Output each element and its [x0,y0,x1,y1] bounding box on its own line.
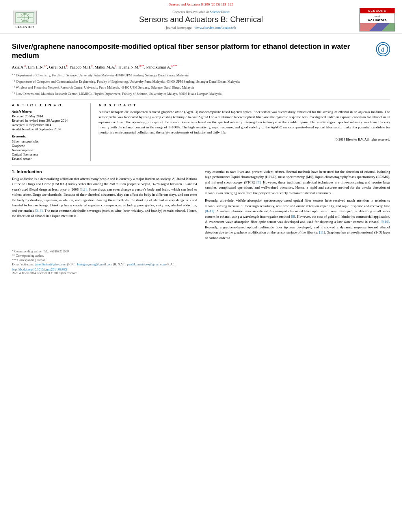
email-2-name: (H. N.M.), [113,263,126,266]
article-history: Article history: Received 25 May 2014 Re… [12,109,82,131]
journal-header: Sensors and Actuators B 206 (2015) 119–1… [0,0,402,33]
email-3-name: (P. A.). [166,263,175,266]
affiliation-a: a ᵃ Department of Chemistry, Faculty of … [12,72,390,78]
sensors-actuators-logo: SENSORS and AcTuators [359,8,395,32]
affiliation-c: c ᶜ Wireless and Photonics Network Resea… [12,85,390,90]
accepted-date: Accepted 11 September 2014 [12,123,82,127]
article-title-section: Silver/graphene nanocomposite-modified o… [12,42,390,61]
email-1[interactable]: janet.limhn@yahoo.com [35,263,67,266]
abstract-col: A B S T R A C T A silver nanoparticle-in… [91,103,390,161]
email-2[interactable]: huangnayming@gmail.com [77,263,112,266]
header-inner: ELSEVIER Contents lists available at Sci… [0,8,402,32]
abstract-heading: A B S T R A C T [99,103,390,107]
elsevier-text: ELSEVIER [15,25,34,29]
science-direct-line: Contents lists available at ScienceDirec… [43,10,359,14]
section1-num: 1. Introduction [12,169,42,174]
svg-text:d: d [381,46,385,53]
history-title: Article history: [12,109,82,113]
keyword-5: Ethanol sensor [12,157,82,161]
main-col-right: very essential to save lives and prevent… [205,169,390,243]
keyword-3: Nanocomposite [12,148,82,152]
affiliation-d: d ᵈ Low Dimensional Materials Research C… [12,91,390,96]
page-wrapper: Sensors and Actuators B 206 (2015) 119–1… [0,0,402,532]
available-date: Available online 20 September 2014 [12,127,82,131]
section1-para3: Recently, ultraviolet–visible absorption… [205,198,390,241]
page-footer: * Corresponding author. Tel.: +601633016… [0,247,402,277]
article-info-row: A R T I C L E I N F O Article history: R… [12,103,390,161]
elsevier-logo-graphic [13,11,37,24]
section1-para1: Drug addiction is a demoralizing afflict… [12,176,197,219]
elsevier-logo: ELSEVIER [7,9,43,31]
divider-2 [12,165,390,165]
sensors-logo-top: SENSORS [360,8,395,13]
journal-title-header: Sensors and Actuators B: Chemical [43,15,359,24]
article-title: Silver/graphene nanocomposite-modified o… [12,42,376,61]
received-revised-date: Received in revised form 26 August 2014 [12,119,82,122]
crossmark-badge: d [376,42,390,56]
received-date: Received 25 May 2014 [12,114,82,118]
sensors-logo-actuators: AcTuators [361,18,393,22]
article-info-col: A R T I C L E I N F O Article history: R… [12,103,91,161]
email-3[interactable]: pandikumarinbox@gmail.com [127,263,166,266]
main-content: 1. Introduction Drug addiction is a demo… [12,169,390,243]
affiliation-b: b ᵇ Department of Computer and Communica… [12,79,390,84]
footnotes: * Corresponding author. Tel.: +601633016… [12,250,390,266]
abstract-copyright: © 2014 Elsevier B.V. All rights reserved… [99,137,390,141]
footer-issn: 0925-4005/© 2014 Elsevier B.V. All right… [12,271,390,275]
journal-homepage-line: journal homepage: www.elsevier.com/locat… [43,26,359,30]
header-center: Contents lists available at ScienceDirec… [43,10,359,30]
footer-doi[interactable]: http://dx.doi.org/10.1016/j.snb.2014.09.… [12,268,390,271]
article-body: Silver/graphene nanocomposite-modified o… [0,33,402,247]
journal-ref-top: Sensors and Actuators B 206 (2015) 119–1… [0,2,402,6]
homepage-label: journal homepage: [166,26,192,30]
section1-heading: 1. Introduction [12,169,197,174]
abstract-text: A silver nanoparticle-incorporated reduc… [99,109,390,135]
email-line: E-mail addresses: janet.limhn@yahoo.com … [12,263,390,266]
affiliations: a ᵃ Department of Chemistry, Faculty of … [12,72,390,96]
divider-1 [12,100,390,100]
section1-para2: very essential to save lives and prevent… [205,169,390,196]
footnote-2: ** Corresponding author. [12,254,390,258]
footnote-3: *** Corresponding author. [12,258,390,262]
keywords-title: Keywords: [12,134,82,138]
contents-available-text: Contents lists available at [173,10,209,14]
article-info-heading: A R T I C L E I N F O [12,103,82,107]
science-direct-link[interactable]: ScienceDirect [210,10,229,14]
keyword-4: Optical fiber sensor [12,152,82,156]
sensors-logo-and: and [361,15,393,18]
footnote-1: * Corresponding author. Tel.: +601633016… [12,250,390,253]
main-col-left: 1. Introduction Drug addiction is a demo… [12,169,197,243]
homepage-link[interactable]: www.elsevier.com/locate/snb [195,26,236,30]
keyword-1: Silver nanoparticles [12,139,82,143]
authors-line: Aziz A.a, Lim H.N.a,*, Girei S.H.b, Yaac… [12,64,390,70]
keyword-2: Graphene [12,144,82,148]
keywords-section: Keywords: Silver nanoparticles Graphene … [12,134,82,161]
email-1-name: (H.N.), [67,263,76,266]
